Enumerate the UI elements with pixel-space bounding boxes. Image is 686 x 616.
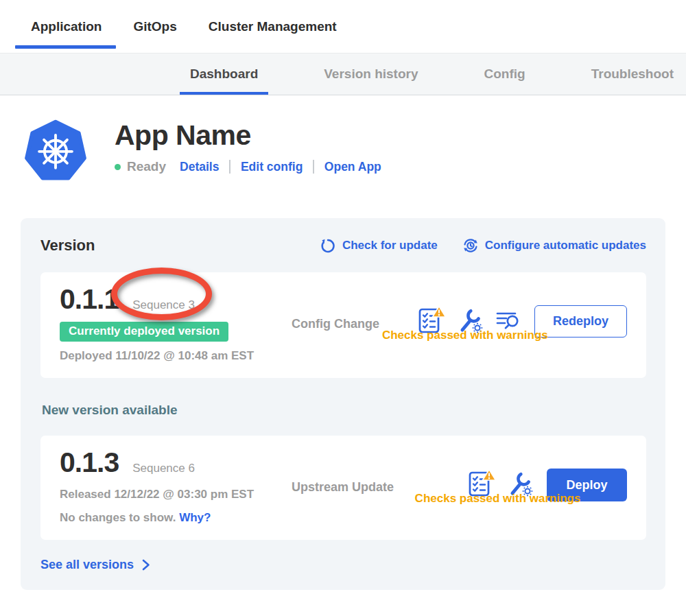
new-version-heading: New version available bbox=[42, 403, 646, 418]
tab-dashboard[interactable]: Dashboard bbox=[180, 54, 268, 95]
configure-automatic-updates-label: Configure automatic updates bbox=[485, 239, 646, 252]
new-checks-status: Checks passed with warnings bbox=[415, 492, 581, 506]
refresh-icon bbox=[320, 238, 336, 254]
sub-nav: Dashboard Version history Config Trouble… bbox=[0, 53, 686, 95]
kubernetes-logo-icon bbox=[24, 118, 87, 182]
new-version-row: 0.1.3 Sequence 6 Released 12/12/22 @ 03:… bbox=[40, 436, 646, 540]
why-link[interactable]: Why? bbox=[179, 511, 211, 524]
configure-automatic-updates-link[interactable]: Configure automatic updates bbox=[462, 237, 646, 254]
current-version-row: 0.1.1 Sequence 3 Currently deployed vers… bbox=[40, 272, 646, 378]
current-version-number: 0.1.1 bbox=[60, 285, 119, 313]
new-version-number: 0.1.3 bbox=[60, 448, 119, 477]
check-for-update-link[interactable]: Check for update bbox=[320, 237, 438, 254]
current-version-source: Config Change bbox=[292, 285, 389, 331]
new-version-source: Upstream Update bbox=[292, 448, 389, 495]
current-version-sequence: Sequence 3 bbox=[132, 298, 195, 312]
current-checks-status: Checks passed with warnings bbox=[382, 329, 548, 342]
app-header: App Name Ready Details Edit config Open … bbox=[0, 95, 686, 182]
deployed-timestamp: Deployed 11/10/22 @ 10:48 am EST bbox=[60, 349, 292, 363]
status-badge: Ready bbox=[127, 159, 166, 174]
tab-troubleshoot[interactable]: Troubleshoot bbox=[581, 54, 684, 95]
tab-config[interactable]: Config bbox=[474, 54, 536, 95]
redeploy-button[interactable]: Redeploy bbox=[534, 305, 627, 337]
currently-deployed-badge: Currently deployed version bbox=[60, 322, 228, 342]
check-for-update-label: Check for update bbox=[342, 239, 438, 252]
page-title: App Name bbox=[115, 119, 381, 151]
status-dot bbox=[115, 164, 121, 170]
new-version-sequence: Sequence 6 bbox=[132, 462, 195, 475]
top-nav: Application GitOps Cluster Management bbox=[0, 0, 686, 53]
scheduled-update-icon bbox=[462, 237, 479, 254]
see-all-versions-link[interactable]: See all versions bbox=[40, 558, 151, 572]
details-link[interactable]: Details bbox=[180, 160, 219, 174]
version-card: Version Check for update bbox=[21, 218, 665, 590]
version-card-title: Version bbox=[40, 237, 320, 254]
edit-config-link[interactable]: Edit config bbox=[241, 160, 303, 174]
tab-version-history[interactable]: Version history bbox=[314, 54, 428, 95]
released-timestamp: Released 12/12/22 @ 03:30 pm EST bbox=[60, 488, 292, 501]
tab-gitops[interactable]: GitOps bbox=[133, 19, 176, 34]
divider bbox=[313, 160, 314, 174]
no-changes-text: No changes to show. bbox=[60, 511, 176, 524]
see-all-versions-label: See all versions bbox=[40, 558, 134, 572]
divider bbox=[229, 160, 230, 174]
open-app-link[interactable]: Open App bbox=[324, 160, 381, 174]
chevron-right-icon bbox=[141, 558, 151, 571]
tab-application[interactable]: Application bbox=[31, 19, 102, 34]
tab-cluster-management[interactable]: Cluster Management bbox=[209, 19, 337, 34]
